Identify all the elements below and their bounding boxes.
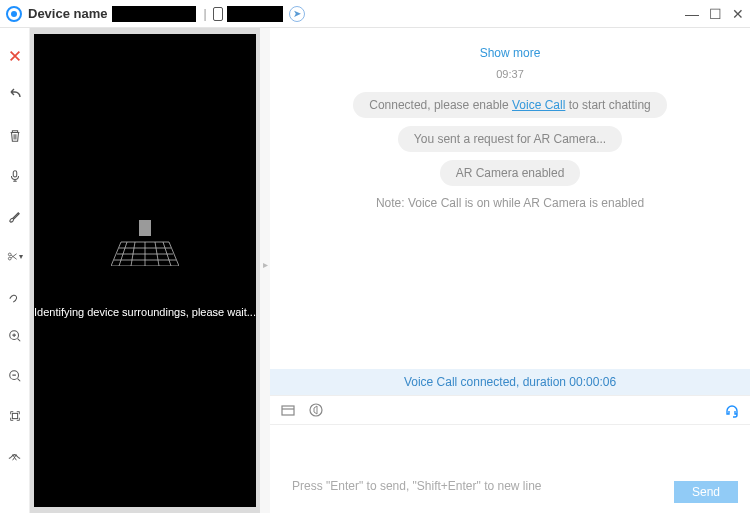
show-more-link[interactable]: Show more	[290, 46, 730, 60]
microphone-icon[interactable]	[7, 168, 23, 184]
window-controls: — ☐ ✕	[685, 6, 744, 22]
zoom-in-icon[interactable]	[7, 328, 23, 344]
call-duration: 00:00:06	[569, 375, 616, 389]
chat-panel: Show more 09:37 Connected, please enable…	[270, 28, 750, 513]
device-preview: Identifying device surroundings, please …	[34, 34, 256, 507]
system-message-enabled: AR Camera enabled	[440, 160, 581, 186]
svg-rect-5	[12, 413, 17, 418]
fit-screen-icon[interactable]	[7, 408, 23, 424]
zoom-out-icon[interactable]	[7, 368, 23, 384]
phone-value-redacted	[227, 6, 283, 22]
status-text: Voice Call connected, duration	[404, 375, 569, 389]
maximize-button[interactable]: ☐	[709, 6, 722, 22]
voice-call-link[interactable]: Voice Call	[512, 98, 565, 112]
device-name-label: Device name	[28, 6, 108, 21]
undo-icon[interactable]	[7, 88, 23, 104]
phone-icon	[213, 7, 223, 21]
chat-controls-row	[270, 395, 750, 425]
svg-rect-6	[282, 406, 294, 415]
ar-grid-icon	[111, 234, 179, 266]
folder-icon[interactable]	[280, 402, 296, 418]
tag-icon[interactable]	[7, 288, 23, 304]
system-message-connected: Connected, please enable Voice Call to s…	[353, 92, 667, 118]
chat-note: Note: Voice Call is on while AR Camera i…	[290, 196, 730, 210]
trash-icon[interactable]	[7, 128, 23, 144]
close-button[interactable]: ✕	[732, 6, 744, 22]
collapse-handle-icon[interactable]: ▸	[261, 259, 269, 283]
device-preview-panel: Identifying device surroundings, please …	[30, 28, 260, 513]
svg-point-2	[8, 257, 11, 260]
main: ▾	[0, 28, 750, 513]
device-name-value-redacted	[112, 6, 196, 22]
preview-status-text: Identifying device surroundings, please …	[34, 306, 256, 318]
pane-divider[interactable]: ▸	[260, 28, 270, 513]
headset-icon[interactable]	[724, 402, 740, 418]
msg-text: Connected, please enable	[369, 98, 512, 112]
svg-point-7	[310, 404, 322, 416]
titlebar: Device name | ➤ — ☐ ✕	[0, 0, 750, 28]
scissors-icon[interactable]: ▾	[7, 248, 23, 264]
tool-column: ▾	[0, 28, 30, 513]
minimize-button[interactable]: —	[685, 6, 699, 22]
path-cut-icon[interactable]	[7, 448, 23, 464]
ar-scene: Identifying device surroundings, please …	[34, 234, 256, 318]
call-status-bar: Voice Call connected, duration 00:00:06	[270, 369, 750, 395]
close-tool-icon[interactable]	[7, 48, 23, 64]
chat-input-area[interactable]: Press "Enter" to send, "Shift+Enter" to …	[270, 425, 750, 513]
svg-point-1	[8, 253, 11, 256]
msg-text: to start chatting	[565, 98, 650, 112]
chat-timestamp: 09:37	[290, 68, 730, 80]
ar-cube-icon	[139, 220, 151, 236]
chat-body: Show more 09:37 Connected, please enable…	[270, 28, 750, 369]
brush-icon[interactable]	[7, 208, 23, 224]
system-message-request: You sent a request for AR Camera...	[398, 126, 622, 152]
speaker-icon[interactable]	[308, 402, 324, 418]
app-logo-icon	[6, 6, 22, 22]
svg-rect-0	[13, 171, 17, 177]
separator: |	[204, 7, 207, 21]
send-button[interactable]: Send	[674, 481, 738, 503]
input-placeholder: Press "Enter" to send, "Shift+Enter" to …	[292, 479, 542, 493]
refresh-arrow-button[interactable]: ➤	[289, 6, 305, 22]
